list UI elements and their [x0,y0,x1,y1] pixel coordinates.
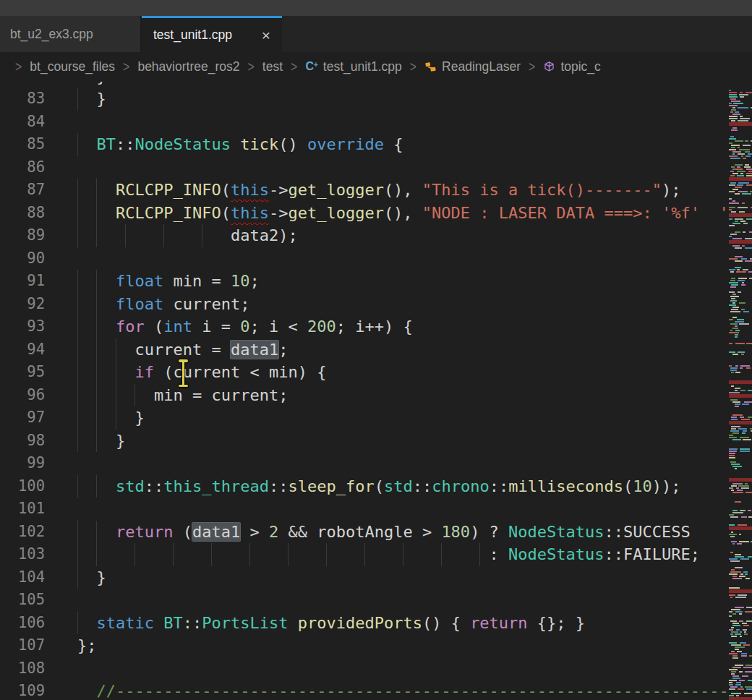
line-number[interactable]: 98 [0,430,45,453]
line-number[interactable]: 88 [0,202,45,225]
line-number[interactable]: 85 [0,133,45,156]
tab-test_unit1[interactable]: test_unit1.cpp × [142,16,282,52]
line-number[interactable]: 93 [0,315,45,338]
breadcrumb-item-readinglaser[interactable]: ReadingLaser [424,59,521,74]
breadcrumb-item-test[interactable]: test [262,59,283,74]
code-line[interactable]: 103 : NodeStatus::FAILURE; [0,543,729,566]
line-number[interactable]: 83 [0,88,45,111]
line-number[interactable]: 94 [0,338,45,362]
code-line[interactable]: 105 [0,589,729,612]
code-text: float min = 10; [77,270,260,293]
code-line[interactable]: 95 if (current < min) { [0,361,729,384]
code-line[interactable]: 84 [0,111,729,134]
code-line[interactable]: 89 data2); [0,224,729,247]
class-icon [424,61,437,73]
code-text: current = data1; [77,338,288,362]
indent-guide [77,179,78,202]
line-number[interactable]: 99 [0,452,45,475]
indent-guide [116,361,116,384]
line-number[interactable]: 95 [0,361,45,384]
line-number[interactable]: 100 [0,475,45,498]
indent-guide [173,543,174,566]
indent-guide [77,202,78,225]
indent-guide [96,406,97,430]
indent-guide [77,566,78,589]
code-text: }; [77,634,97,657]
indent-guide [249,543,250,566]
indent-guide [77,361,78,384]
line-number[interactable]: 89 [0,224,45,247]
code-line[interactable]: 106 static BT::PortsList providedPorts()… [0,612,729,635]
code-line[interactable]: 104 } [0,566,729,589]
breadcrumb-item-bt_course_files[interactable]: bt_course_files [30,59,115,74]
code-line[interactable]: 94 current = data1; [0,338,729,362]
code-text: min = current; [77,384,288,407]
indent-guide [77,315,78,338]
code-line[interactable]: 91 float min = 10; [0,270,729,293]
code-line[interactable]: 88 RCLCPP_INFO(this->get_logger(), "NODE… [0,202,729,225]
indent-guide [77,430,78,453]
breadcrumb-item-behaviortree_ros2[interactable]: behaviortree_ros2 [137,59,239,74]
code-lines: }83 }8485 BT::NodeStatus tick() override… [0,82,729,700]
code-line[interactable]: 90 [0,247,729,270]
code-line[interactable]: 93 for (int i = 0; i < 200; i++) { [0,315,729,338]
code-line[interactable]: 98 } [0,430,729,453]
code-line[interactable]: 83 } [0,88,729,111]
code-text: float current; [77,293,249,316]
line-number[interactable]: 105 [0,589,45,612]
line-number[interactable]: 101 [0,498,45,521]
line-number[interactable]: 96 [0,384,45,407]
code-line[interactable]: 100 std::this_thread::sleep_for(std::chr… [0,475,729,498]
indent-guide [441,543,442,566]
code-line[interactable]: 87 RCLCPP_INFO(this->get_logger(), "This… [0,179,729,202]
code-line[interactable]: 109 //----------------------------------… [0,680,729,700]
line-number[interactable]: 106 [0,612,45,635]
tab-bar: bt_u2_ex3.cpp test_unit1.cpp × [0,16,752,52]
close-icon[interactable]: × [259,26,273,44]
indent-guide [77,543,78,566]
line-number[interactable]: 90 [0,247,45,270]
code-line[interactable]: 101 [0,498,729,521]
line-number[interactable]: 102 [0,521,45,544]
window-top-strip [0,0,752,16]
breadcrumb-item-test_unit1[interactable]: C+ test_unit1.cpp [305,59,401,74]
code-line[interactable]: 92 float current; [0,293,729,316]
code-line[interactable]: 108 [0,657,729,680]
line-number[interactable]: 84 [0,111,45,134]
code-text: } [77,430,125,453]
code-line[interactable]: 86 [0,156,729,179]
code-line[interactable]: 99 [0,452,729,475]
tab-bt_u2_ex3[interactable]: bt_u2_ex3.cpp [0,16,142,52]
indent-guide [96,543,97,566]
code-line[interactable]: 107}; [0,634,729,657]
code-text: RCLCPP_INFO(this->get_logger(), "NODE : … [77,202,729,225]
code-line[interactable]: 102 return (data1 > 2 && robotAngle > 18… [0,521,729,544]
line-number[interactable]: 97 [0,406,45,430]
line-number[interactable]: 108 [0,657,45,680]
line-number[interactable]: 103 [0,543,45,566]
line-number[interactable]: 92 [0,293,45,316]
line-number[interactable]: 107 [0,634,45,657]
minimap[interactable] [729,82,752,700]
indent-guide [96,293,97,316]
line-number[interactable]: 104 [0,566,45,589]
code-line[interactable]: 96 min = current; [0,384,729,407]
indent-guide [211,543,212,566]
indent-guide [163,224,164,247]
indent-guide [116,406,116,430]
line-number[interactable]: 109 [0,680,45,700]
cpp-file-icon: C+ [305,60,317,73]
indent-guide [288,543,289,566]
tab-label: test_unit1.cpp [153,27,232,43]
indent-guide [96,179,97,202]
line-number[interactable]: 87 [0,179,45,202]
breadcrumb-item-topic[interactable]: topic_c [543,59,600,74]
indent-guide [77,133,78,156]
code-line[interactable]: 85 BT::NodeStatus tick() override { [0,133,729,156]
line-number[interactable]: 86 [0,156,45,179]
code-text: return (data1 > 2 && robotAngle > 180) ?… [77,521,691,544]
code-text: for (int i = 0; i < 200; i++) { [77,315,413,338]
code-line[interactable]: 97 } [0,406,729,430]
line-number[interactable]: 91 [0,270,45,293]
chevron-right-icon: > [410,59,416,75]
